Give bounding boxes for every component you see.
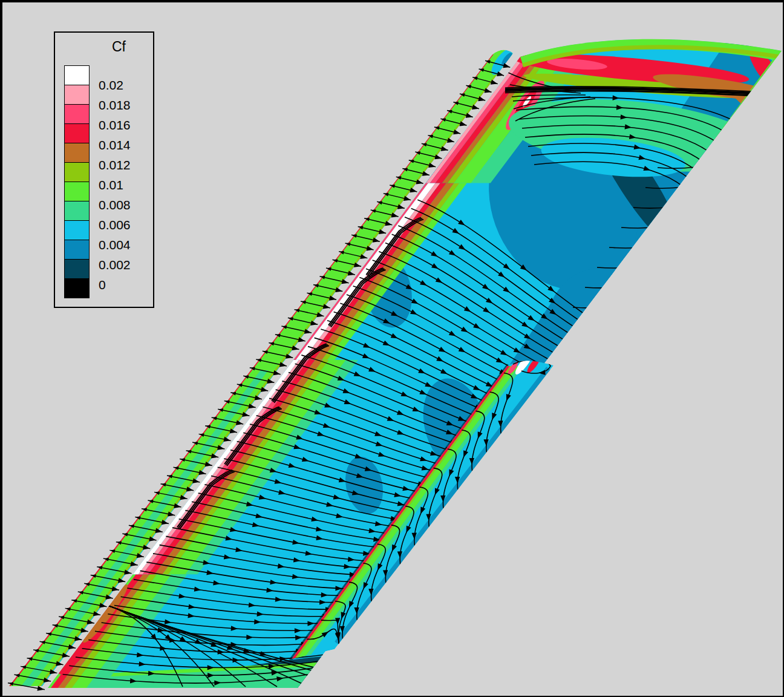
arrowhead xyxy=(497,71,505,78)
contour-patch xyxy=(560,345,628,431)
arrowhead xyxy=(503,63,511,70)
legend-swatch xyxy=(64,201,90,221)
legend-title: Cf xyxy=(112,39,126,55)
arrowhead xyxy=(273,370,281,377)
arrowhead xyxy=(248,404,256,410)
legend-swatch-column xyxy=(64,65,90,298)
legend-swatch xyxy=(64,123,90,143)
arrowhead xyxy=(335,287,343,294)
arrowhead xyxy=(316,312,324,319)
legend-label: 0.002 xyxy=(99,256,131,274)
arrowhead xyxy=(341,279,349,286)
arrowhead xyxy=(732,152,740,159)
arrowhead xyxy=(447,138,455,145)
arrowhead xyxy=(37,686,44,692)
figure-stage: Cf 0.02 0.018 0.016 0.014 0.012 0.01 0.0… xyxy=(0,0,784,697)
legend: Cf 0.02 0.018 0.016 0.014 0.012 0.01 0.0… xyxy=(54,31,154,308)
legend-label: 0.01 xyxy=(99,176,123,194)
arrowhead xyxy=(242,412,250,419)
legend-label: 0.016 xyxy=(99,116,131,134)
arrowhead xyxy=(391,212,399,219)
wing-main xyxy=(48,39,784,697)
arrowhead xyxy=(205,462,212,468)
legend-label: 0.006 xyxy=(99,216,131,234)
arrowhead xyxy=(360,254,368,261)
legend-swatch xyxy=(64,240,90,260)
arrowhead xyxy=(267,379,275,385)
legend-swatch xyxy=(64,143,90,163)
arrowhead xyxy=(230,428,237,434)
legend-swatch xyxy=(64,182,90,201)
arrowhead xyxy=(677,254,685,260)
legend-swatch xyxy=(64,220,90,240)
arrowhead xyxy=(198,470,206,476)
arrowhead xyxy=(699,214,707,221)
arrowhead xyxy=(459,121,467,128)
arrowhead xyxy=(491,80,498,87)
arrowhead xyxy=(453,129,461,136)
arrowhead xyxy=(472,105,480,111)
legend-label: 0.014 xyxy=(99,136,131,154)
legend-label: 0.018 xyxy=(99,96,131,114)
arrowhead xyxy=(310,321,318,327)
arrowhead xyxy=(710,193,717,200)
arrowhead xyxy=(217,445,224,451)
legend-label: 0.008 xyxy=(99,196,131,214)
arrowhead xyxy=(354,263,362,269)
legend-label: 0.004 xyxy=(99,236,131,254)
arrowhead xyxy=(485,88,492,94)
arrowhead xyxy=(441,146,449,152)
arrowhead xyxy=(373,237,381,244)
arrowhead xyxy=(261,387,269,394)
legend-swatch xyxy=(64,85,90,105)
arrowhead xyxy=(367,246,374,252)
arrowhead xyxy=(286,354,293,361)
arrowhead xyxy=(410,188,417,194)
legend-label: 0.02 xyxy=(99,76,123,94)
arrowhead xyxy=(667,274,675,281)
legend-swatch xyxy=(64,104,90,124)
arrowhead xyxy=(656,294,664,301)
arrowhead xyxy=(298,337,306,344)
arrowhead xyxy=(329,296,337,303)
arrowhead xyxy=(403,196,411,203)
arrowhead xyxy=(466,113,474,120)
arrowhead xyxy=(478,96,486,103)
legend-swatch xyxy=(64,162,90,182)
arrowhead xyxy=(255,395,263,402)
arrowhead xyxy=(236,420,244,426)
legend-swatch xyxy=(64,259,90,279)
arrowhead xyxy=(385,221,393,227)
legend-label: 0.012 xyxy=(99,156,131,174)
arrowhead xyxy=(422,171,430,178)
arrowhead xyxy=(279,362,287,368)
arrowhead xyxy=(397,205,405,211)
arrowhead xyxy=(379,229,387,236)
arrowhead xyxy=(304,329,312,335)
arrowhead xyxy=(434,154,442,161)
arrowhead xyxy=(720,172,728,180)
arrowhead xyxy=(223,437,230,443)
arrowhead xyxy=(416,179,424,186)
arrowhead xyxy=(688,234,696,240)
arrowhead xyxy=(292,345,299,352)
arrowhead xyxy=(348,270,356,277)
legend-swatch xyxy=(64,65,90,85)
arrowhead xyxy=(428,163,436,169)
arrowhead xyxy=(323,304,331,310)
legend-swatch xyxy=(64,278,90,298)
arrowhead xyxy=(211,453,218,459)
legend-label: 0 xyxy=(99,276,106,294)
